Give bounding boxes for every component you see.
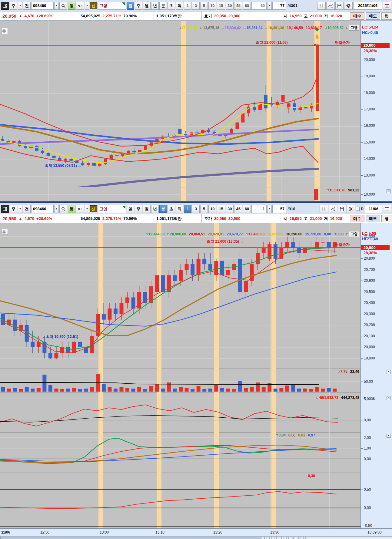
calendar-icon[interactable]	[383, 2, 391, 10]
bottom-toolbar-icons: D 11/06	[320, 205, 391, 213]
change-percent: +28.69%	[36, 14, 52, 18]
date-input[interactable]: 11/06	[365, 205, 382, 213]
code-dropdown-icon[interactable]: ▼	[54, 2, 59, 10]
period-button[interactable]: 틱	[176, 2, 183, 10]
interval-button[interactable]: 3	[192, 2, 200, 10]
mode-button[interactable]: 주	[10, 2, 17, 10]
board-button[interactable]: 통	[68, 2, 75, 10]
speaker-dropdown-icon[interactable]: ▼	[85, 205, 89, 213]
period-button[interactable]: 일	[127, 205, 134, 213]
legend-item: 16,860,00	[267, 232, 283, 236]
save-icon[interactable]	[335, 2, 344, 10]
speaker-icon[interactable]	[76, 205, 84, 213]
d-checkbox[interactable]	[356, 207, 360, 211]
period-button[interactable]: 년	[151, 2, 159, 10]
close-subchart-icon[interactable]: ✕	[387, 189, 390, 193]
interval-select[interactable]: 60	[251, 2, 267, 10]
period-button[interactable]: 초	[168, 2, 175, 10]
chart-grid-icon[interactable]	[2, 229, 8, 235]
cumulative-volume-subchart[interactable]	[0, 392, 360, 432]
interval-button[interactable]: 3	[192, 205, 200, 213]
buy-button[interactable]: 매수	[350, 12, 364, 20]
avg-button[interactable]: 평	[381, 215, 392, 222]
date-input[interactable]: 2025/11/06	[353, 2, 382, 10]
chart-grid-icon[interactable]	[2, 28, 8, 34]
window-toggle-icon[interactable]	[1, 2, 9, 10]
period-button[interactable]: 틱	[176, 205, 183, 213]
daily-candle-chart[interactable]	[0, 21, 360, 187]
minute-candle-chart[interactable]	[0, 223, 360, 369]
avg-button[interactable]: 평	[381, 12, 392, 20]
horizontal-scrollbar[interactable]	[0, 536, 392, 539]
speaker-icon[interactable]	[76, 2, 84, 10]
interval-select[interactable]: 1	[251, 205, 267, 213]
prev-stock-button[interactable]: 전	[23, 2, 31, 10]
close-subchart-icon[interactable]: ✕	[387, 434, 390, 438]
daily-price-axis[interactable]: LC:54,24 HC:-0,48 20,00019,00018,00017,0…	[360, 21, 392, 201]
trendline-tool-icon[interactable]	[326, 2, 335, 10]
price-cell: 20,950 ▲ 4,670 +28.69%	[0, 12, 78, 20]
stock-name-input[interactable]: 고영	[98, 205, 126, 213]
period-button[interactable]: 월	[143, 2, 151, 10]
mode-dropdown-icon[interactable]: ▼	[18, 2, 22, 10]
bar-count-input[interactable]: 57	[272, 205, 286, 213]
window-toggle-icon[interactable]	[1, 205, 9, 213]
interval-button[interactable]: 30	[226, 205, 234, 213]
interval-button[interactable]: 15	[217, 205, 225, 213]
interval-button[interactable]: 5	[200, 205, 208, 213]
interval-button[interactable]: 45	[234, 2, 242, 10]
trendline-tool-icon[interactable]	[329, 205, 337, 213]
interval-button[interactable]: 10	[208, 205, 216, 213]
minute-price-axis[interactable]: LC:5,08 HC:-0,48 21,00020,80020,70020,60…	[360, 223, 392, 528]
oscillator-subchart[interactable]	[0, 432, 360, 473]
buy-button[interactable]: 매수	[350, 215, 364, 222]
search-icon[interactable]	[59, 2, 67, 10]
interval-button[interactable]: 60	[243, 2, 251, 10]
settings-gear-icon[interactable]	[344, 2, 353, 10]
interval-select-dropdown-icon[interactable]: ▼	[267, 205, 272, 213]
interval-button[interactable]: 45	[234, 205, 242, 213]
prev-stock-button[interactable]: 전	[23, 205, 31, 213]
calendar-icon[interactable]	[383, 205, 391, 213]
close-subchart-icon[interactable]: ✕	[387, 396, 390, 400]
interval-button[interactable]: 5	[200, 2, 208, 10]
candle-style-icon[interactable]	[320, 205, 328, 213]
period-button[interactable]: 주	[135, 205, 142, 213]
mode-button[interactable]: 주	[10, 205, 17, 213]
interval-button[interactable]: 1	[184, 205, 191, 213]
interval-button[interactable]: 30	[226, 2, 234, 10]
search-icon[interactable]	[59, 205, 67, 213]
tick-dash	[361, 76, 363, 76]
period-button[interactable]: 초	[168, 205, 175, 213]
stock-name-input[interactable]: 고영	[98, 2, 126, 10]
interval-button[interactable]: 60	[243, 205, 251, 213]
strength-subchart[interactable]	[0, 369, 360, 392]
bar-count-input[interactable]: 77	[272, 2, 286, 10]
period-button[interactable]: 월	[143, 205, 151, 213]
stock-code-input[interactable]: 098460	[31, 2, 54, 10]
period-button[interactable]: 주	[135, 2, 142, 10]
momentum-subchart[interactable]	[0, 473, 360, 528]
period-button[interactable]: 분	[159, 205, 167, 213]
period-button[interactable]: 일	[127, 2, 134, 10]
interval-select-dropdown-icon[interactable]: ▼	[267, 2, 272, 10]
stock-code-input[interactable]: 098460	[31, 205, 54, 213]
board-button[interactable]: 통	[68, 205, 75, 213]
sell-button[interactable]: 매도	[366, 215, 380, 222]
candle-style-icon[interactable]	[317, 2, 326, 10]
close-subchart-icon[interactable]: ✕	[387, 370, 390, 374]
period-button[interactable]: 년	[151, 205, 159, 213]
time-axis[interactable]: 11/06 12:5013:0013:1013:2013:30 13:39:00	[0, 528, 392, 536]
daily-turnover-subchart[interactable]	[0, 187, 360, 201]
save-icon[interactable]	[338, 205, 346, 213]
interval-button[interactable]: 10	[208, 2, 216, 10]
interval-button[interactable]: 1	[184, 2, 191, 10]
mode-dropdown-icon[interactable]: ▼	[18, 205, 22, 213]
period-button[interactable]: 분	[159, 2, 167, 10]
interval-button[interactable]: 15	[217, 2, 225, 10]
sell-button[interactable]: 매도	[366, 12, 380, 20]
speaker-dropdown-icon[interactable]: ▼	[85, 2, 89, 10]
code-dropdown-icon[interactable]: ▼	[54, 205, 59, 213]
settings-gear-icon[interactable]	[347, 205, 355, 213]
scrollbar-thumb[interactable]	[0, 537, 261, 539]
